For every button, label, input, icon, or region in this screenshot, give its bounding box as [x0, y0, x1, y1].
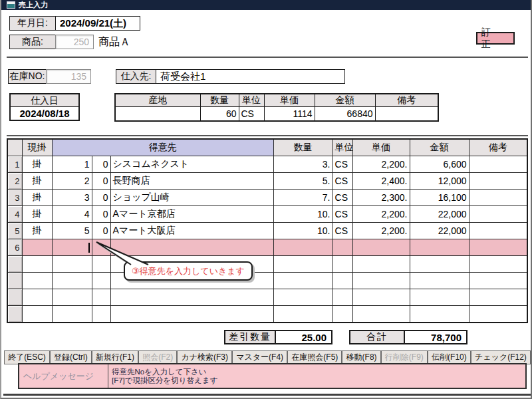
fkey-exit[interactable]: 終了(ESC)	[4, 350, 50, 364]
purchase-col-origin: 産地	[115, 94, 200, 107]
correction-button[interactable]: 訂 正	[476, 32, 515, 45]
cell-kake[interactable]	[22, 289, 52, 306]
cell-customer-name[interactable]: 長野商店	[110, 173, 273, 190]
cell-price[interactable]: 2,400.	[352, 173, 410, 190]
fkey-stock-inquiry[interactable]: 在庫照会(F5)	[287, 350, 342, 364]
cell-price[interactable]	[352, 306, 410, 323]
cell-amount[interactable]: 6,600	[410, 156, 469, 173]
cell-amount[interactable]	[410, 306, 469, 323]
cell-amount[interactable]	[410, 239, 469, 256]
cell-qty[interactable]: 10.	[273, 206, 332, 223]
supplier-field[interactable]: 荷受会社1	[156, 69, 345, 84]
cell-amount[interactable]: 16,100	[410, 190, 469, 206]
cell-qty[interactable]	[273, 306, 332, 323]
cell-price[interactable]	[352, 273, 410, 289]
cell-customer-code[interactable]	[52, 273, 92, 289]
cell-amount[interactable]: 12,000	[410, 173, 469, 190]
cell-customer-subcode[interactable]: 0	[92, 190, 110, 206]
cell-customer-subcode[interactable]	[92, 306, 110, 323]
cell-note[interactable]	[469, 156, 527, 173]
cell-kake[interactable]	[22, 273, 52, 289]
cell-customer-subcode[interactable]: 0	[92, 206, 110, 223]
fkey-kana-search[interactable]: カナ検索(F3)	[177, 350, 232, 364]
cell-unit[interactable]: CS	[332, 190, 352, 206]
cell-amount[interactable]: 22,000	[410, 223, 469, 239]
cell-customer-code[interactable]: 4	[52, 206, 92, 223]
cell-note[interactable]	[469, 289, 527, 306]
cell-kake[interactable]: 掛	[22, 173, 52, 190]
cell-amount[interactable]	[410, 273, 469, 289]
cell-customer-code[interactable]	[52, 256, 92, 273]
cell-amount[interactable]	[410, 289, 469, 306]
purchase-note	[375, 107, 438, 121]
fkey-new-row[interactable]: 新規行(F1)	[92, 350, 138, 364]
cell-price[interactable]: 2,300.	[352, 190, 410, 206]
cell-unit[interactable]: CS	[332, 173, 352, 190]
cell-qty[interactable]	[273, 273, 332, 289]
fkey-move[interactable]: 移動(F8)	[342, 350, 380, 364]
cell-kake[interactable]: 掛	[22, 223, 52, 239]
cell-customer-code[interactable]: 1	[52, 156, 92, 173]
cell-note[interactable]	[469, 239, 527, 256]
cell-qty[interactable]: 10.	[273, 223, 332, 239]
cell-unit[interactable]: CS	[332, 206, 352, 223]
cell-amount[interactable]	[410, 256, 469, 273]
cell-customer-subcode[interactable]: 0	[92, 156, 110, 173]
cell-customer-subcode[interactable]	[92, 289, 110, 306]
cell-kake[interactable]	[22, 306, 52, 323]
cell-note[interactable]	[469, 306, 527, 323]
cell-note[interactable]	[469, 223, 527, 239]
cell-customer-code[interactable]: 5	[52, 223, 92, 239]
fkey-register[interactable]: 登録(Ctrl)	[50, 350, 92, 364]
table-row: 6	[7, 239, 527, 256]
cell-price[interactable]	[352, 239, 410, 256]
cell-customer-name[interactable]: Aマート京都店	[110, 206, 273, 223]
cell-unit[interactable]: CS	[332, 156, 352, 173]
cell-qty[interactable]: 5.	[273, 173, 332, 190]
cell-customer-code[interactable]	[52, 289, 92, 306]
cell-unit[interactable]	[332, 239, 352, 256]
cell-note[interactable]	[469, 256, 527, 273]
cell-price[interactable]	[352, 256, 410, 273]
cell-price[interactable]: 2,200.	[352, 206, 410, 223]
cell-note[interactable]	[469, 273, 527, 289]
fkey-master[interactable]: マスター(F4)	[232, 350, 287, 364]
cell-qty[interactable]: 3.	[273, 156, 332, 173]
fkey-check[interactable]: チェック(F12)	[471, 350, 531, 364]
cell-qty[interactable]: 7.	[273, 190, 332, 206]
date-field[interactable]: 2024/09/21(土)	[55, 16, 140, 31]
cell-unit[interactable]	[332, 256, 352, 273]
cell-price[interactable]	[352, 289, 410, 306]
cell-note[interactable]	[469, 173, 527, 190]
cell-customer-name[interactable]: シスコムネクスト	[110, 156, 273, 173]
cell-unit[interactable]: CS	[332, 223, 352, 239]
cell-unit[interactable]	[332, 273, 352, 289]
cell-customer-name[interactable]: ショップ山崎	[110, 190, 273, 206]
fkey-delete-slip[interactable]: 伝削(F10)	[428, 350, 471, 364]
cell-kake[interactable]	[22, 239, 52, 256]
cell-unit[interactable]	[332, 306, 352, 323]
cell-kake[interactable]	[22, 256, 52, 273]
cell-qty[interactable]	[273, 289, 332, 306]
cell-price[interactable]: 2,200.	[352, 156, 410, 173]
cell-price[interactable]: 2,200.	[352, 223, 410, 239]
cell-customer-code[interactable]: 2	[52, 173, 92, 190]
cell-kake[interactable]: 掛	[22, 206, 52, 223]
cell-amount[interactable]: 22,000	[410, 206, 469, 223]
cell-customer-name[interactable]	[110, 289, 273, 306]
product-code-field[interactable]: 250	[55, 35, 94, 49]
cell-unit[interactable]	[332, 289, 352, 306]
cell-kake[interactable]: 掛	[22, 156, 52, 173]
cell-customer-code[interactable]: 3	[52, 190, 92, 206]
cell-note[interactable]	[469, 190, 527, 206]
cell-qty[interactable]	[273, 239, 332, 256]
cell-customer-code[interactable]	[52, 239, 92, 256]
cell-customer-subcode[interactable]: 0	[92, 173, 110, 190]
cell-kake[interactable]: 掛	[22, 190, 52, 206]
cell-customer-name[interactable]	[110, 306, 273, 323]
stock-no-field[interactable]: 135	[46, 69, 91, 84]
cell-customer-code[interactable]	[52, 306, 92, 323]
cell-note[interactable]	[469, 206, 527, 223]
cell-qty[interactable]	[273, 256, 332, 273]
row-number	[7, 273, 22, 289]
